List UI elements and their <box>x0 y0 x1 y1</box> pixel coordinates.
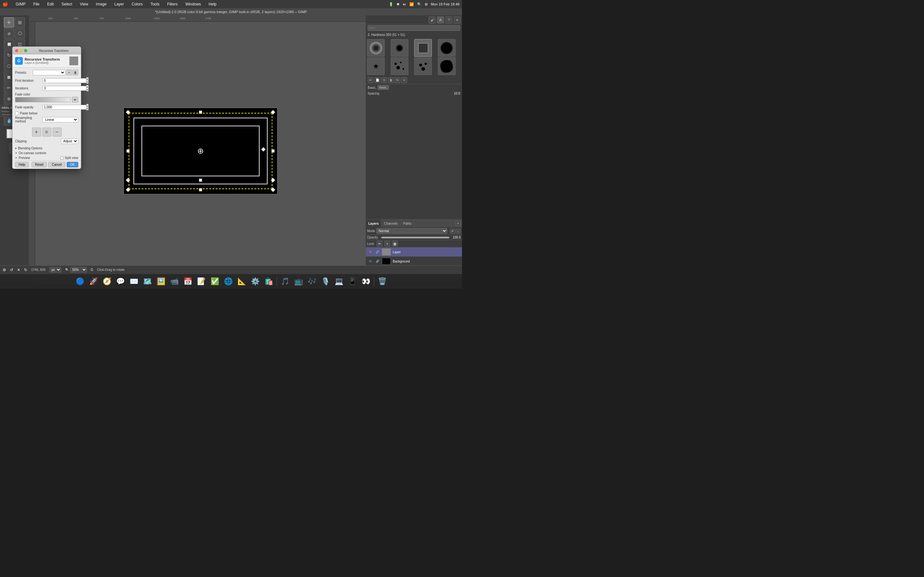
launchpad-icon[interactable]: 🚀 <box>87 276 99 287</box>
calendar-icon[interactable]: 📅 <box>182 276 194 287</box>
menu-colors[interactable]: Colors <box>130 1 144 7</box>
paste-below-checkbox[interactable] <box>15 111 19 115</box>
reminders-icon[interactable]: ✅ <box>208 276 221 287</box>
handle-extra-3[interactable] <box>271 178 275 182</box>
reset-button[interactable]: Reset <box>31 162 47 167</box>
canvas-content[interactable]: ⊕ <box>35 22 366 280</box>
status-icon-4[interactable]: ↻ <box>24 268 27 272</box>
copy-action-btn[interactable]: ⎘ <box>42 127 51 137</box>
remove-action-btn[interactable]: − <box>53 127 61 137</box>
brush-dup-icon[interactable]: ⎘ <box>381 77 387 83</box>
menu-file[interactable]: File <box>32 1 41 7</box>
menu-select[interactable]: Select <box>60 1 73 7</box>
lock-pixels-btn[interactable]: ✏ <box>376 241 383 247</box>
menu-windows[interactable]: Windows <box>184 1 202 7</box>
maximize-button[interactable] <box>24 49 27 52</box>
layers-menu-icon[interactable]: ≡ <box>456 221 461 226</box>
handle-extra-2[interactable] <box>199 179 202 182</box>
menu-image[interactable]: Image <box>95 1 108 7</box>
brush-new-icon[interactable]: 📄 <box>375 77 380 83</box>
handle-extra-1[interactable] <box>126 178 130 182</box>
messages-icon[interactable]: 💬 <box>114 276 126 287</box>
fade-color-end-btn[interactable]: ✏ <box>72 97 78 103</box>
lock-alpha-btn[interactable]: ▦ <box>392 241 398 247</box>
chrome-icon[interactable]: 🌐 <box>222 276 234 287</box>
lock-position-btn[interactable]: + <box>384 241 390 247</box>
clipping-select[interactable]: Adjust Clip <box>61 139 78 144</box>
brush-item-7[interactable] <box>414 57 432 75</box>
layer-visibility-1[interactable]: 👁 <box>368 250 373 255</box>
apple-menu[interactable]: 🍎 <box>3 2 8 7</box>
menu-tools[interactable]: Tools <box>149 1 161 7</box>
spotify-icon[interactable]: 🎵 <box>279 276 291 287</box>
unit-select[interactable]: px <box>49 267 61 272</box>
fonts-tab-icon[interactable]: ? <box>445 16 452 23</box>
handle-lm[interactable] <box>126 149 129 153</box>
ok-button[interactable]: OK <box>67 162 78 167</box>
menu-view[interactable]: View <box>79 1 89 7</box>
tab-layers[interactable]: Layers <box>366 219 381 227</box>
status-icon-2[interactable]: ↺ <box>10 268 13 272</box>
layer-row-background[interactable]: 👁 🔗 Background <box>366 257 462 266</box>
minimize-button[interactable] <box>19 49 23 52</box>
whatsapp-icon[interactable]: 📱 <box>346 276 359 287</box>
menu-help[interactable]: Help <box>207 1 218 7</box>
preset-del-btn[interactable]: 🗑 <box>73 69 78 75</box>
close-button[interactable] <box>15 49 18 52</box>
tab-channels[interactable]: Channels <box>381 219 401 227</box>
lasso-tool[interactable]: ⌀ <box>4 28 14 39</box>
layer-link-2[interactable]: 🔗 <box>375 259 380 264</box>
menu-edit[interactable]: Edit <box>46 1 55 7</box>
handle-br[interactable] <box>271 187 275 192</box>
brush-item-2[interactable] <box>391 39 409 57</box>
on-canvas-controls-row[interactable]: ✕ On-canvas controls <box>13 151 81 155</box>
menu-gimp[interactable]: GIMP <box>15 1 27 7</box>
podcasts-icon[interactable]: 🎙️ <box>319 276 331 287</box>
status-icon-1[interactable]: ⚙ <box>3 268 6 272</box>
status-icon-3[interactable]: ✕ <box>17 268 20 272</box>
brushes-tab-icon[interactable]: 🖌 <box>429 16 436 23</box>
vscode-icon[interactable]: 💻 <box>333 276 345 287</box>
appstore-icon[interactable]: 🛍️ <box>262 276 275 287</box>
trash-icon[interactable]: 🗑️ <box>376 276 388 287</box>
align-tool[interactable]: ⊞ <box>15 17 25 27</box>
search-icon[interactable]: 🔍 <box>417 2 422 6</box>
layer-row[interactable]: 👁 🔗 Layer <box>366 247 462 257</box>
brush-item-5[interactable]: ★ <box>367 57 384 75</box>
first-iteration-spinner[interactable]: ▲ ▼ <box>86 77 89 84</box>
safari-icon[interactable]: 🧭 <box>101 276 113 287</box>
iterations-input[interactable] <box>42 86 86 91</box>
layer-mode-menu[interactable]: ⌄ <box>456 229 461 234</box>
first-iteration-input[interactable] <box>42 78 86 83</box>
layer-link-1[interactable]: 🔗 <box>375 250 380 255</box>
photos-icon[interactable]: 🖼️ <box>155 276 167 287</box>
presets-select[interactable] <box>33 70 65 75</box>
menu-filters[interactable]: Filters <box>166 1 179 7</box>
tab-paths[interactable]: Paths <box>401 219 415 227</box>
brush-settings-icon[interactable]: ✏ <box>368 77 373 83</box>
add-action-btn[interactable]: + <box>32 127 41 137</box>
fade-opacity-spinner[interactable]: ▲ ▼ <box>86 104 89 110</box>
iterations-spinner[interactable]: ▲ ▼ <box>86 85 89 91</box>
music-icon[interactable]: 🎶 <box>306 276 318 287</box>
preview-row[interactable]: ✕ Preview Split view <box>13 155 81 160</box>
appletv-icon[interactable]: 📺 <box>292 276 304 287</box>
handle-rm[interactable] <box>271 149 275 153</box>
brush-del-icon[interactable]: 🗑 <box>388 77 394 83</box>
move-tool[interactable]: ✛ <box>4 17 14 27</box>
maps-icon[interactable]: 🗺️ <box>141 276 153 287</box>
mode-select[interactable]: Normal Multiply Screen <box>376 228 447 234</box>
brush-filter-input[interactable] <box>368 25 460 31</box>
systemprefs-icon[interactable]: ⚙️ <box>249 276 261 287</box>
zoom-select[interactable]: 50% 100% 25% <box>70 267 87 272</box>
handle-bl[interactable] <box>126 187 130 192</box>
preset-add-btn[interactable]: + <box>66 69 72 75</box>
blending-options-row[interactable]: ● Blending Options <box>13 146 81 151</box>
brush-refresh-icon[interactable]: ↻ <box>395 77 401 83</box>
layer-mode-reset[interactable]: ↺ <box>450 229 455 234</box>
freeform-icon[interactable]: 📐 <box>236 276 248 287</box>
resampling-select[interactable]: Linear Cubic None <box>42 117 78 122</box>
brush-item-4[interactable] <box>438 39 456 57</box>
help-button[interactable]: Help <box>15 162 29 167</box>
handle-tl[interactable] <box>126 110 130 114</box>
